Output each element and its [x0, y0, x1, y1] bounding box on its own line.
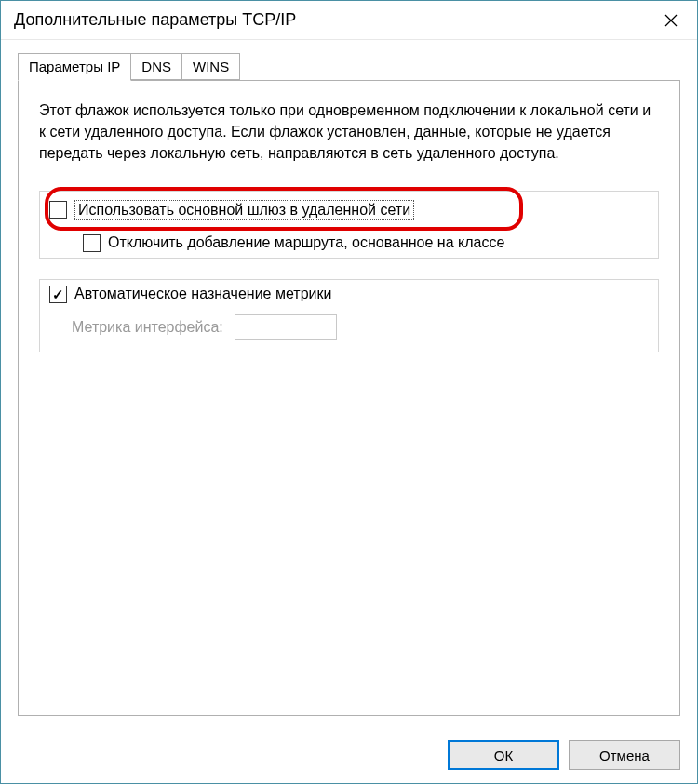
tab-label: DNS	[141, 59, 171, 74]
checkbox-row-class-route: Отключить добавление маршрута, основанно…	[40, 229, 658, 258]
description-text: Этот флажок используется только при одно…	[39, 100, 659, 165]
titlebar: Дополнительные параметры TCP/IP	[1, 1, 697, 40]
tab-strip: Параметры IP DNS WINS	[18, 53, 680, 80]
gateway-group: Использовать основной шлюз в удаленной с…	[39, 191, 659, 259]
tab-ip-settings[interactable]: Параметры IP	[18, 53, 131, 81]
close-button[interactable]	[645, 1, 697, 40]
ok-button[interactable]: ОК	[448, 740, 559, 770]
tab-label: Параметры IP	[29, 59, 120, 74]
checkbox-default-gateway[interactable]	[49, 201, 67, 219]
metric-input[interactable]	[235, 314, 337, 340]
content-area: Параметры IP DNS WINS Этот флажок исполь…	[1, 40, 697, 729]
tab-wins[interactable]: WINS	[181, 53, 240, 80]
metric-row: Метрика интерфейса:	[40, 309, 658, 352]
tab-panel: Этот флажок используется только при одно…	[18, 80, 680, 716]
dialog-window: Дополнительные параметры TCP/IP Параметр…	[0, 0, 698, 784]
metric-label: Метрика интерфейса:	[72, 319, 223, 336]
checkbox-label-auto-metric: Автоматическое назначение метрики	[74, 286, 331, 302]
cancel-button[interactable]: Отмена	[569, 740, 680, 770]
metric-group: Автоматическое назначение метрики Метрик…	[39, 279, 659, 352]
checkbox-label-default-gateway: Использовать основной шлюз в удаленной с…	[78, 202, 410, 218]
close-icon	[664, 14, 678, 27]
window-title: Дополнительные параметры TCP/IP	[14, 10, 296, 30]
tab-label: WINS	[193, 59, 229, 74]
checkbox-label-class-route: Отключить добавление маршрута, основанно…	[108, 234, 504, 251]
tab-dns[interactable]: DNS	[130, 53, 182, 80]
checkbox-auto-metric[interactable]	[49, 286, 67, 303]
checkbox-row-default-gateway: Использовать основной шлюз в удаленной с…	[40, 192, 658, 229]
checkbox-class-route[interactable]	[83, 234, 101, 252]
focus-rect: Использовать основной шлюз в удаленной с…	[74, 200, 414, 220]
button-bar: ОК Отмена	[1, 729, 697, 783]
checkbox-row-auto-metric: Автоматическое назначение метрики	[40, 280, 658, 309]
